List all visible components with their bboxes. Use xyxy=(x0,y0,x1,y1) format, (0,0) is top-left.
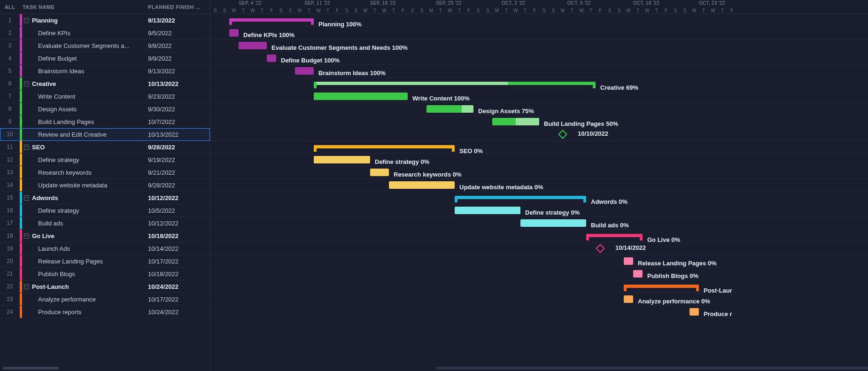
gantt-milestone[interactable] xyxy=(596,244,605,253)
gantt-task-bar[interactable]: Define Budget 100% xyxy=(267,54,276,62)
collapse-toggle[interactable]: − xyxy=(24,18,29,23)
planned-finish-cell: 10/24/2022 xyxy=(144,283,210,290)
gantt-milestone[interactable] xyxy=(558,130,567,139)
day-letter: S xyxy=(473,8,483,13)
collapse-toggle[interactable]: − xyxy=(24,145,29,150)
row-name-cell: Release Landing Pages xyxy=(22,258,144,265)
day-letter: S xyxy=(408,8,417,13)
collapse-toggle[interactable]: − xyxy=(24,81,29,86)
table-row[interactable]: 7Write Content9/23/2022 xyxy=(0,90,210,103)
table-row[interactable]: 2Define KPIs9/5/2022 xyxy=(0,27,210,39)
table-row[interactable]: 21Publish Blogs10/18/2022 xyxy=(0,268,210,280)
table-row[interactable]: 6−Creative10/13/2022 xyxy=(0,77,210,90)
day-letter: M xyxy=(558,8,567,13)
table-row[interactable]: 5Brainstorm Ideas9/13/2022 xyxy=(0,65,210,77)
gantt-bar-label: Brainstorm Ideas 100% xyxy=(318,70,386,77)
task-name-text: Build Landing Pages xyxy=(38,118,97,125)
row-color-bar xyxy=(20,306,22,318)
task-name-text: Define strategy xyxy=(38,156,82,163)
day-letter: F xyxy=(727,8,736,13)
gantt-task-bar[interactable]: Build Landing Pages 50% xyxy=(492,118,539,125)
table-row[interactable]: 18−Go Live10/18/2022 xyxy=(0,230,210,242)
collapse-toggle[interactable]: − xyxy=(24,233,29,239)
day-letter: F xyxy=(333,8,342,13)
table-row[interactable]: 11−SEO9/28/2022 xyxy=(0,141,210,154)
gantt-task-bar[interactable]: Release Landing Pages 0% xyxy=(624,257,633,265)
day-letter: S xyxy=(220,8,229,13)
table-row[interactable]: 17Build ads10/12/2022 xyxy=(0,217,210,230)
gantt-task-bar[interactable]: Research keywords 0% xyxy=(370,169,389,176)
table-row[interactable]: 10Review and Edit Creative10/13/2022 xyxy=(0,128,210,141)
row-number: 1 xyxy=(0,17,20,23)
table-row[interactable]: 13Research keywords9/21/2022 xyxy=(0,166,210,179)
day-letter: T xyxy=(389,8,398,13)
table-row[interactable]: 4Define Budget9/9/2022 xyxy=(0,52,210,65)
gantt-task-bar[interactable]: Define strategy 0% xyxy=(455,207,520,214)
gantt-summary-bar[interactable]: Go Live 0% xyxy=(586,234,643,237)
table-row[interactable]: 23Analyze performance10/17/2022 xyxy=(0,293,210,306)
table-row[interactable]: 8Design Assets9/30/2022 xyxy=(0,103,210,116)
col-header-all[interactable]: ALL xyxy=(0,4,20,10)
gantt-bar-label: Publish Blogs 0% xyxy=(647,272,698,279)
gantt-task-bar[interactable]: Define strategy 0% xyxy=(314,156,370,163)
table-row[interactable]: 15−Adwords10/12/2022 xyxy=(0,192,210,204)
gantt-summary-bar[interactable]: Adwords 0% xyxy=(455,196,586,199)
table-row[interactable]: 3Evaluate Customer Segments a...9/8/2022 xyxy=(0,39,210,52)
gantt-timeline[interactable]: SEP, 4 '22SEP, 11 '22SEP, 18 '22SEP, 25 … xyxy=(210,0,868,371)
row-number: 19 xyxy=(0,245,20,252)
planned-finish-cell: 9/13/2022 xyxy=(144,68,210,75)
day-letter: T xyxy=(323,8,333,13)
row-color-bar xyxy=(20,65,22,77)
row-number: 5 xyxy=(0,68,20,74)
gantt-task-bar[interactable]: Analyze performance 0% xyxy=(624,295,633,303)
table-row[interactable]: 9Build Landing Pages10/7/2022 xyxy=(0,116,210,128)
row-color-bar xyxy=(20,77,22,90)
gantt-task-bar[interactable]: Define KPIs 100% xyxy=(229,29,239,37)
row-name-cell: −Creative xyxy=(22,80,144,87)
gantt-summary-bar[interactable]: Planning 100% xyxy=(229,18,314,22)
gantt-task-bar[interactable]: Brainstorm Ideas 100% xyxy=(295,67,314,75)
gantt-bar-label: Define Budget 100% xyxy=(281,57,340,64)
table-row[interactable]: 16Define strategy10/5/2022 xyxy=(0,204,210,217)
gantt-summary-bar[interactable]: SEO 0% xyxy=(314,145,455,148)
gantt-summary-bar[interactable]: Post-Laur xyxy=(624,285,699,288)
table-row[interactable]: 14Update website metadata9/28/2022 xyxy=(0,179,210,192)
row-color-bar xyxy=(20,27,22,39)
timeline-row: Post-Laur xyxy=(210,280,868,293)
day-letter: T xyxy=(520,8,530,13)
row-name-cell: Produce reports xyxy=(22,309,144,316)
collapse-toggle[interactable]: − xyxy=(24,195,29,201)
gantt-summary-bar[interactable]: Creative 69% xyxy=(314,82,596,85)
day-letter: T xyxy=(718,8,727,13)
planned-finish-cell: 10/14/2022 xyxy=(144,245,210,252)
row-color-bar xyxy=(20,230,22,242)
task-name-text: Define KPIs xyxy=(38,30,73,37)
row-color-bar xyxy=(20,52,22,64)
table-row[interactable]: 22−Post-Launch10/24/2022 xyxy=(0,280,210,293)
col-header-plannedfinish[interactable]: PLANNED FINISH ... xyxy=(144,4,210,10)
h-scrollbar-right[interactable] xyxy=(436,367,868,370)
day-letter: T xyxy=(239,8,248,13)
gantt-task-bar[interactable]: Produce r xyxy=(690,308,699,316)
day-letter: M xyxy=(690,8,699,13)
task-name-text: Adwords xyxy=(32,194,61,201)
table-row[interactable]: 19Launch Ads10/14/2022 xyxy=(0,242,210,255)
gantt-task-bar[interactable]: Build ads 0% xyxy=(520,219,586,227)
collapse-toggle[interactable]: − xyxy=(24,284,29,289)
gantt-task-bar[interactable]: Write Content 100% xyxy=(314,93,408,100)
gantt-task-bar[interactable]: Design Assets 75% xyxy=(426,105,473,113)
h-scrollbar-left[interactable] xyxy=(3,367,59,370)
gantt-task-bar[interactable]: Update website metadata 0% xyxy=(389,181,455,189)
table-row[interactable]: 24Produce reports10/24/2022 xyxy=(0,306,210,318)
gantt-bar-label: Release Landing Pages 0% xyxy=(638,260,717,267)
timeline-body[interactable]: Planning 100%Define KPIs 100%Evaluate Cu… xyxy=(210,14,868,371)
row-number: 13 xyxy=(0,169,20,176)
gantt-task-bar[interactable]: Publish Blogs 0% xyxy=(633,270,643,278)
table-row[interactable]: 20Release Landing Pages10/17/2022 xyxy=(0,255,210,268)
table-row[interactable]: 1−Planning9/13/2022 xyxy=(0,14,210,27)
table-row[interactable]: 12Define strategy9/19/2022 xyxy=(0,154,210,166)
task-name-text: Go Live xyxy=(32,232,57,240)
row-color-bar xyxy=(20,204,22,216)
col-header-taskname[interactable]: TASK NAME xyxy=(20,4,144,10)
gantt-task-bar[interactable]: Evaluate Customer Segments and Needs 100… xyxy=(239,42,267,49)
